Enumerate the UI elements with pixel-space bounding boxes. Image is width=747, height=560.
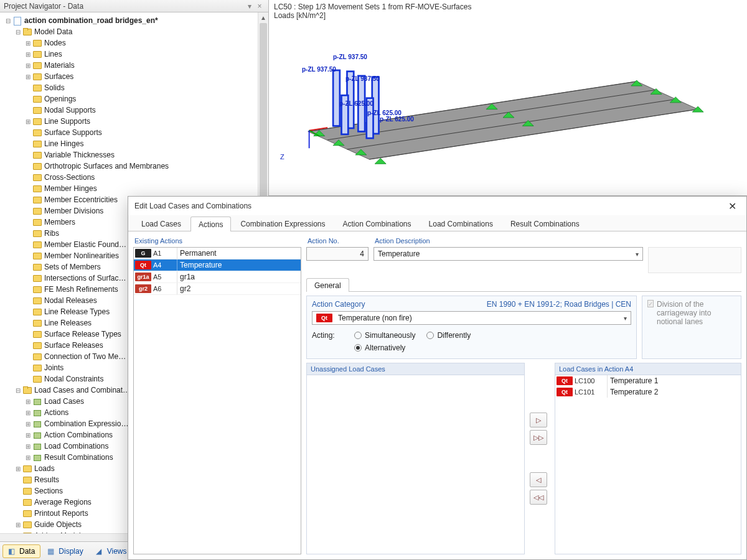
tree-expander-icon[interactable]: ⊞ (24, 421, 32, 427)
tree-label: Variable Thicknesses (44, 151, 120, 159)
action-code: A1 (153, 250, 177, 257)
move-left-button[interactable]: ◁ (530, 472, 547, 487)
tree-expander-icon[interactable]: ⊞ (24, 454, 32, 461)
action-row[interactable]: QtA4Temperature (134, 259, 301, 271)
tree-item[interactable]: Nodal Supports (1, 105, 268, 116)
action-row[interactable]: gr1aA5gr1a (134, 271, 301, 283)
action-row[interactable]: GA1Permanent (134, 248, 301, 259)
tree-item[interactable]: ⊞Surfaces (1, 71, 268, 82)
viewport-caption: LC50 : Step 1/3 Movement Sets 1 from RF-… (269, 0, 747, 22)
action-row[interactable]: gr2A6gr2 (134, 283, 301, 295)
tree-item[interactable]: Variable Thicknesses (1, 149, 268, 161)
tree-expander-icon[interactable]: ⊞ (24, 118, 32, 125)
tab-display[interactable]: Display (42, 544, 88, 558)
tree-expander-icon[interactable]: ⊟ (14, 387, 22, 394)
dialog-titlebar[interactable]: Edit Load Cases and Combinations ✕ (128, 197, 746, 215)
tree-item[interactable]: Cross-Sections (1, 172, 268, 183)
action-no-input[interactable]: 4 (306, 247, 369, 261)
tree-expander-icon[interactable]: ⊞ (24, 398, 32, 405)
tab-data[interactable]: Data (2, 544, 40, 558)
radio-alternatively[interactable]: Alternatively (354, 343, 415, 352)
division-label: Division of the carriageway into notiona… (657, 300, 736, 326)
folder-icon (32, 83, 42, 92)
tree-label: action combination_road bridges_en* (24, 16, 163, 25)
load-case-row[interactable]: QtLC101Temperature 2 (555, 386, 741, 398)
tree-item[interactable]: ⊞Nodes (1, 37, 268, 49)
tree-item[interactable]: Solids (1, 82, 268, 93)
close-icon[interactable]: ✕ (725, 199, 740, 213)
tree-expander-icon[interactable]: ⊞ (14, 465, 22, 472)
radio-simultaneously[interactable]: Simultaneously (354, 331, 415, 340)
folder-icon (22, 509, 32, 518)
subtab-general[interactable]: General (306, 278, 349, 292)
dialog-tab[interactable]: Action Combinations (334, 216, 419, 231)
tree-expander-icon[interactable]: ⊞ (24, 51, 32, 58)
tree-item[interactable]: Line Hinges (1, 138, 268, 149)
tree-expander-icon[interactable]: ⊟ (14, 29, 22, 35)
unassigned-header: Unassigned Load Cases (307, 363, 524, 375)
move-right-button[interactable]: ▷ (530, 413, 547, 427)
tree-expander-icon[interactable]: ⊞ (24, 432, 32, 439)
radio-differently[interactable]: Differently (426, 331, 471, 340)
tree-label: Line Hinges (44, 139, 88, 148)
folder-icon (32, 106, 42, 114)
tree-label: Nodal Supports (44, 106, 101, 114)
action-code: A4 (153, 261, 177, 269)
tree-label: Nodal Releases (44, 296, 102, 305)
tree-expander-icon[interactable]: ⊞ (24, 73, 32, 80)
tree-expander-icon[interactable]: ⊞ (24, 62, 32, 69)
model-viewport[interactable]: LC50 : Step 1/3 Movement Sets 1 from RF-… (269, 0, 747, 196)
edit-load-cases-dialog: Edit Load Cases and Combinations ✕ Load … (128, 196, 747, 560)
tree-label: Load Combinations (44, 442, 113, 450)
tree-expander-icon[interactable]: ⊞ (24, 409, 32, 416)
lc-tag-icon: Qt (557, 388, 573, 396)
dialog-tab[interactable]: Result Combinations (502, 216, 588, 231)
tree-expander-icon[interactable]: ⊟ (4, 17, 12, 24)
dialog-tab[interactable]: Actions (190, 217, 231, 231)
action-desc-combo[interactable]: Temperature (374, 247, 643, 261)
tree-expander-icon[interactable]: ⊞ (24, 443, 32, 450)
tree-label: Action Combinations (44, 431, 118, 439)
tree-label: Nodes (44, 39, 71, 47)
load-label: p-ZL 625.00 (339, 100, 374, 107)
tree-item[interactable]: ⊟action combination_road bridges_en* (1, 15, 268, 26)
move-all-right-button[interactable]: ▷▷ (530, 430, 547, 445)
tree-item[interactable]: ⊞Line Supports (1, 116, 268, 127)
tree-label: Combination Expressio… (44, 419, 133, 428)
action-subtabs: General (306, 277, 741, 292)
load-case-row[interactable]: QtLC100Temperature 1 (555, 375, 741, 386)
assigned-load-cases[interactable]: Load Cases in Action A4 QtLC100Temperatu… (555, 363, 741, 554)
dialog-tab[interactable]: Load Cases (133, 216, 189, 231)
folder-icon (32, 229, 42, 238)
tree-label: Surface Releases (44, 341, 108, 350)
tab-views[interactable]: Views (90, 544, 133, 558)
tree-item[interactable]: Openings (1, 93, 268, 105)
dialog-tab[interactable]: Load Combinations (421, 216, 501, 231)
folder-icon (32, 363, 42, 372)
scroll-up-icon[interactable]: ▲ (258, 12, 268, 23)
folder-icon (32, 50, 42, 58)
tree-label: Openings (44, 95, 81, 103)
move-all-left-button[interactable]: ◁◁ (530, 490, 547, 505)
action-category-combo[interactable]: Qt Temperature (non fire) (312, 311, 631, 325)
viewport-canvas[interactable]: p-ZL 937.50 p-ZL 937.50 p-ZL 937.50 p-ZL… (274, 22, 742, 190)
tree-expander-icon[interactable]: ⊞ (14, 521, 22, 528)
folder-icon (22, 498, 32, 506)
lc-code: LC100 (575, 377, 607, 385)
tree-item[interactable]: Orthotropic Surfaces and Membranes (1, 161, 268, 172)
unassigned-load-cases[interactable]: Unassigned Load Cases (306, 363, 525, 554)
tree-item[interactable]: ⊞Materials (1, 60, 268, 71)
dialog-tab[interactable]: Combination Expressions (232, 216, 333, 231)
tree-item[interactable]: ⊞Lines (1, 49, 268, 60)
navigator-pin-icon[interactable]: ▾ (245, 2, 255, 11)
cube-icon (32, 397, 42, 406)
existing-actions-table[interactable]: GA1PermanentQtA4Temperaturegr1aA5gr1agr2… (133, 247, 301, 554)
tree-expander-icon[interactable]: ⊞ (24, 40, 32, 47)
tree-item[interactable]: Member Hinges (1, 183, 268, 194)
tree-item[interactable]: ⊟Model Data (1, 26, 268, 37)
tree-item[interactable]: Surface Supports (1, 127, 268, 138)
division-checkbox[interactable]: ✓ Division of the carriageway into notio… (647, 300, 736, 326)
folder-icon (32, 251, 42, 260)
tree-label: Surfaces (44, 72, 78, 81)
navigator-close-icon[interactable]: × (255, 2, 265, 11)
